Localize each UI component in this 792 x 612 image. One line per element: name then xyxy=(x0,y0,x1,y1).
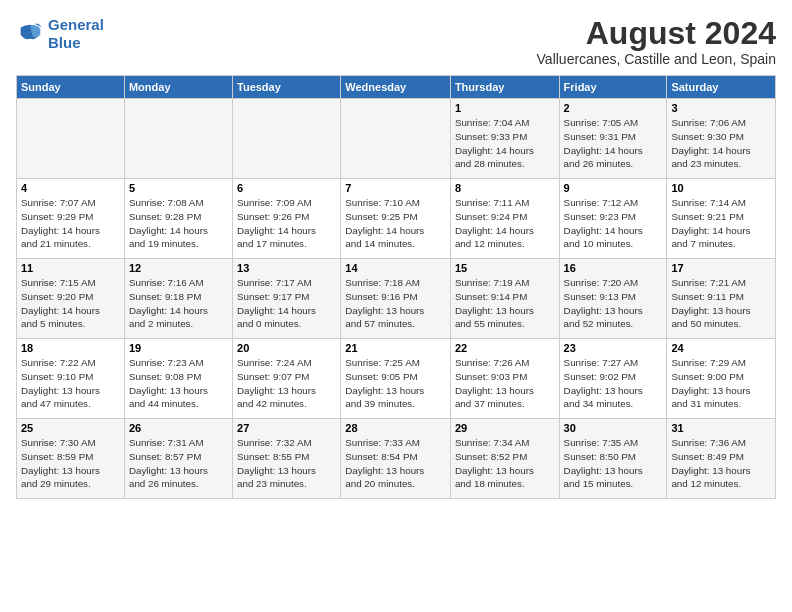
calendar-cell xyxy=(233,99,341,179)
calendar-cell: 26Sunrise: 7:31 AM Sunset: 8:57 PM Dayli… xyxy=(124,419,232,499)
day-number: 22 xyxy=(455,342,555,354)
calendar-cell: 4Sunrise: 7:07 AM Sunset: 9:29 PM Daylig… xyxy=(17,179,125,259)
day-info: Sunrise: 7:19 AM Sunset: 9:14 PM Dayligh… xyxy=(455,276,555,331)
day-number: 8 xyxy=(455,182,555,194)
col-header-sunday: Sunday xyxy=(17,76,125,99)
day-info: Sunrise: 7:05 AM Sunset: 9:31 PM Dayligh… xyxy=(564,116,663,171)
day-info: Sunrise: 7:06 AM Sunset: 9:30 PM Dayligh… xyxy=(671,116,771,171)
calendar-cell: 21Sunrise: 7:25 AM Sunset: 9:05 PM Dayli… xyxy=(341,339,451,419)
day-number: 20 xyxy=(237,342,336,354)
day-number: 24 xyxy=(671,342,771,354)
day-number: 30 xyxy=(564,422,663,434)
day-info: Sunrise: 7:34 AM Sunset: 8:52 PM Dayligh… xyxy=(455,436,555,491)
day-info: Sunrise: 7:22 AM Sunset: 9:10 PM Dayligh… xyxy=(21,356,120,411)
calendar-cell: 19Sunrise: 7:23 AM Sunset: 9:08 PM Dayli… xyxy=(124,339,232,419)
calendar-cell: 27Sunrise: 7:32 AM Sunset: 8:55 PM Dayli… xyxy=(233,419,341,499)
day-number: 17 xyxy=(671,262,771,274)
col-header-thursday: Thursday xyxy=(450,76,559,99)
day-info: Sunrise: 7:15 AM Sunset: 9:20 PM Dayligh… xyxy=(21,276,120,331)
calendar-cell xyxy=(341,99,451,179)
calendar-cell: 23Sunrise: 7:27 AM Sunset: 9:02 PM Dayli… xyxy=(559,339,667,419)
month-year-title: August 2024 xyxy=(537,16,776,51)
day-info: Sunrise: 7:09 AM Sunset: 9:26 PM Dayligh… xyxy=(237,196,336,251)
page-header: General Blue August 2024 Valluercanes, C… xyxy=(16,16,776,67)
day-number: 1 xyxy=(455,102,555,114)
day-number: 4 xyxy=(21,182,120,194)
calendar-cell: 11Sunrise: 7:15 AM Sunset: 9:20 PM Dayli… xyxy=(17,259,125,339)
calendar-table: SundayMondayTuesdayWednesdayThursdayFrid… xyxy=(16,75,776,499)
day-number: 27 xyxy=(237,422,336,434)
logo-icon xyxy=(16,20,44,48)
day-info: Sunrise: 7:17 AM Sunset: 9:17 PM Dayligh… xyxy=(237,276,336,331)
day-number: 23 xyxy=(564,342,663,354)
calendar-cell: 28Sunrise: 7:33 AM Sunset: 8:54 PM Dayli… xyxy=(341,419,451,499)
day-info: Sunrise: 7:11 AM Sunset: 9:24 PM Dayligh… xyxy=(455,196,555,251)
day-number: 11 xyxy=(21,262,120,274)
day-info: Sunrise: 7:21 AM Sunset: 9:11 PM Dayligh… xyxy=(671,276,771,331)
day-number: 31 xyxy=(671,422,771,434)
day-number: 2 xyxy=(564,102,663,114)
calendar-cell: 8Sunrise: 7:11 AM Sunset: 9:24 PM Daylig… xyxy=(450,179,559,259)
calendar-cell: 3Sunrise: 7:06 AM Sunset: 9:30 PM Daylig… xyxy=(667,99,776,179)
day-number: 14 xyxy=(345,262,446,274)
day-info: Sunrise: 7:14 AM Sunset: 9:21 PM Dayligh… xyxy=(671,196,771,251)
calendar-cell: 18Sunrise: 7:22 AM Sunset: 9:10 PM Dayli… xyxy=(17,339,125,419)
day-info: Sunrise: 7:24 AM Sunset: 9:07 PM Dayligh… xyxy=(237,356,336,411)
day-number: 7 xyxy=(345,182,446,194)
calendar-cell: 17Sunrise: 7:21 AM Sunset: 9:11 PM Dayli… xyxy=(667,259,776,339)
day-number: 9 xyxy=(564,182,663,194)
calendar-cell: 22Sunrise: 7:26 AM Sunset: 9:03 PM Dayli… xyxy=(450,339,559,419)
col-header-friday: Friday xyxy=(559,76,667,99)
day-info: Sunrise: 7:36 AM Sunset: 8:49 PM Dayligh… xyxy=(671,436,771,491)
calendar-cell: 25Sunrise: 7:30 AM Sunset: 8:59 PM Dayli… xyxy=(17,419,125,499)
calendar-cell xyxy=(124,99,232,179)
day-number: 5 xyxy=(129,182,228,194)
col-header-monday: Monday xyxy=(124,76,232,99)
day-info: Sunrise: 7:18 AM Sunset: 9:16 PM Dayligh… xyxy=(345,276,446,331)
day-info: Sunrise: 7:12 AM Sunset: 9:23 PM Dayligh… xyxy=(564,196,663,251)
day-info: Sunrise: 7:20 AM Sunset: 9:13 PM Dayligh… xyxy=(564,276,663,331)
day-number: 26 xyxy=(129,422,228,434)
day-info: Sunrise: 7:07 AM Sunset: 9:29 PM Dayligh… xyxy=(21,196,120,251)
calendar-cell: 24Sunrise: 7:29 AM Sunset: 9:00 PM Dayli… xyxy=(667,339,776,419)
calendar-cell: 16Sunrise: 7:20 AM Sunset: 9:13 PM Dayli… xyxy=(559,259,667,339)
calendar-cell: 2Sunrise: 7:05 AM Sunset: 9:31 PM Daylig… xyxy=(559,99,667,179)
col-header-tuesday: Tuesday xyxy=(233,76,341,99)
logo: General Blue xyxy=(16,16,104,52)
day-info: Sunrise: 7:16 AM Sunset: 9:18 PM Dayligh… xyxy=(129,276,228,331)
calendar-cell: 10Sunrise: 7:14 AM Sunset: 9:21 PM Dayli… xyxy=(667,179,776,259)
day-info: Sunrise: 7:35 AM Sunset: 8:50 PM Dayligh… xyxy=(564,436,663,491)
calendar-cell: 20Sunrise: 7:24 AM Sunset: 9:07 PM Dayli… xyxy=(233,339,341,419)
day-info: Sunrise: 7:32 AM Sunset: 8:55 PM Dayligh… xyxy=(237,436,336,491)
day-number: 28 xyxy=(345,422,446,434)
day-info: Sunrise: 7:08 AM Sunset: 9:28 PM Dayligh… xyxy=(129,196,228,251)
day-info: Sunrise: 7:30 AM Sunset: 8:59 PM Dayligh… xyxy=(21,436,120,491)
location-subtitle: Valluercanes, Castille and Leon, Spain xyxy=(537,51,776,67)
day-number: 29 xyxy=(455,422,555,434)
day-number: 13 xyxy=(237,262,336,274)
logo-text: General Blue xyxy=(48,16,104,52)
calendar-cell: 12Sunrise: 7:16 AM Sunset: 9:18 PM Dayli… xyxy=(124,259,232,339)
calendar-cell xyxy=(17,99,125,179)
day-info: Sunrise: 7:04 AM Sunset: 9:33 PM Dayligh… xyxy=(455,116,555,171)
calendar-cell: 31Sunrise: 7:36 AM Sunset: 8:49 PM Dayli… xyxy=(667,419,776,499)
calendar-cell: 9Sunrise: 7:12 AM Sunset: 9:23 PM Daylig… xyxy=(559,179,667,259)
day-info: Sunrise: 7:29 AM Sunset: 9:00 PM Dayligh… xyxy=(671,356,771,411)
day-number: 21 xyxy=(345,342,446,354)
calendar-cell: 5Sunrise: 7:08 AM Sunset: 9:28 PM Daylig… xyxy=(124,179,232,259)
day-number: 18 xyxy=(21,342,120,354)
calendar-cell: 29Sunrise: 7:34 AM Sunset: 8:52 PM Dayli… xyxy=(450,419,559,499)
day-info: Sunrise: 7:23 AM Sunset: 9:08 PM Dayligh… xyxy=(129,356,228,411)
calendar-cell: 6Sunrise: 7:09 AM Sunset: 9:26 PM Daylig… xyxy=(233,179,341,259)
day-info: Sunrise: 7:31 AM Sunset: 8:57 PM Dayligh… xyxy=(129,436,228,491)
day-number: 3 xyxy=(671,102,771,114)
day-number: 16 xyxy=(564,262,663,274)
calendar-cell: 15Sunrise: 7:19 AM Sunset: 9:14 PM Dayli… xyxy=(450,259,559,339)
title-block: August 2024 Valluercanes, Castille and L… xyxy=(537,16,776,67)
day-number: 25 xyxy=(21,422,120,434)
day-number: 15 xyxy=(455,262,555,274)
day-number: 12 xyxy=(129,262,228,274)
calendar-cell: 14Sunrise: 7:18 AM Sunset: 9:16 PM Dayli… xyxy=(341,259,451,339)
calendar-cell: 7Sunrise: 7:10 AM Sunset: 9:25 PM Daylig… xyxy=(341,179,451,259)
day-info: Sunrise: 7:10 AM Sunset: 9:25 PM Dayligh… xyxy=(345,196,446,251)
